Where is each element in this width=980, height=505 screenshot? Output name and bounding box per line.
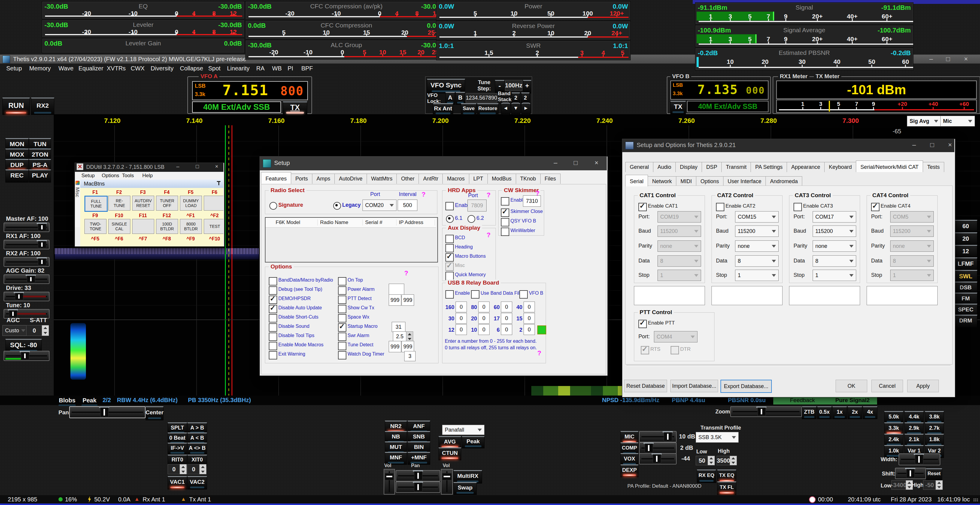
cat4-port-combo[interactable]: COM5 xyxy=(890,211,934,222)
options-c1-8[interactable] xyxy=(269,351,277,359)
ddutil-macro-button[interactable]: 8000BTLDR xyxy=(180,219,202,234)
options-c2-2[interactable] xyxy=(338,295,346,304)
rx1-pan-slider[interactable] xyxy=(396,470,440,481)
tx-low-spinner[interactable]: 50 xyxy=(696,456,708,465)
radio-list-column-2[interactable]: Serial # xyxy=(363,219,396,226)
skimmer-enable-checkbox[interactable] xyxy=(501,197,509,205)
vfo-sync-button[interactable]: VFO Sync xyxy=(427,79,465,94)
setup-minimize-icon[interactable]: – xyxy=(554,159,557,167)
setup-tab-lpt[interactable]: LPT xyxy=(469,174,488,184)
slider-0-thumb[interactable] xyxy=(38,224,46,231)
slider-2[interactable] xyxy=(3,257,49,267)
setup-dialog-titlebar[interactable]: Setup – □ × xyxy=(260,157,607,170)
options-c2-8[interactable] xyxy=(338,351,346,359)
setup-tab-ports[interactable]: Ports xyxy=(291,174,312,184)
ddutil-macro-button[interactable]: AUTDRVRESET xyxy=(132,196,154,211)
usb-band-input[interactable]: 0 xyxy=(478,302,490,312)
tx-eq-button[interactable]: TX EQ xyxy=(717,470,736,483)
options-tab-serial-network-midi-cat[interactable]: Serial/Network/Midi CAT xyxy=(856,160,923,172)
cat4-data-combo[interactable]: 8 xyxy=(890,255,934,267)
cat4-stop-combo[interactable]: 1 xyxy=(890,270,934,281)
cat4-baud-combo[interactable]: 115200 xyxy=(890,226,934,237)
options-c1-3[interactable] xyxy=(269,305,277,313)
cat3-parity-combo[interactable]: none xyxy=(813,240,856,252)
cat4-enable-checkbox[interactable] xyxy=(871,203,880,211)
menu-item-cwx[interactable]: CWX xyxy=(130,65,145,72)
filter-edge-line[interactable] xyxy=(225,125,226,395)
filter-high-spinner[interactable]: -50 xyxy=(923,480,936,490)
ddutil-macro-button[interactable]: TUNEROFF xyxy=(156,196,178,211)
ptt-detect-input-2[interactable]: 999 xyxy=(401,294,414,306)
skimmer-help-icon[interactable]: ? xyxy=(536,189,539,197)
setup-tab-tknob[interactable]: TKnob xyxy=(516,174,541,184)
cat2-parity-combo[interactable]: none xyxy=(735,240,779,252)
ddutil-macro-button[interactable]: DUMMYLOAD xyxy=(180,196,202,211)
legacy-port-combo[interactable]: COM20 xyxy=(363,200,396,211)
options-tab-general[interactable]: General xyxy=(625,162,653,172)
options-c1-7[interactable] xyxy=(269,342,277,350)
zoom-2x-button[interactable]: 2x xyxy=(848,406,862,419)
tune-detect-input-2[interactable]: 999 xyxy=(401,341,414,352)
options-tab-display[interactable]: Display xyxy=(675,162,702,172)
cat1-enable-checkbox[interactable] xyxy=(638,203,647,211)
tune-detect-input-1[interactable]: 999 xyxy=(389,341,401,352)
cat4-list[interactable] xyxy=(867,286,938,305)
filter-38k[interactable]: 3.8k xyxy=(925,411,944,424)
ptt-port-combo[interactable]: COM4 xyxy=(654,331,697,342)
pan-slider[interactable] xyxy=(69,406,146,418)
vfo-a-mode[interactable]: LSB xyxy=(195,83,205,89)
menu-item-bpf[interactable]: BPF xyxy=(301,65,313,72)
band-prev-button[interactable]: ◄ xyxy=(501,103,511,116)
tx-profile-combo[interactable]: SSB 3.5K xyxy=(696,432,739,443)
vfo-b-mode[interactable]: LSB xyxy=(673,82,683,88)
vfo-a-frequency-mhz[interactable]: 7.151 xyxy=(223,82,269,98)
rx2-button[interactable]: RX2 xyxy=(31,98,54,115)
ddutil-menu-options[interactable]: Options xyxy=(102,173,119,179)
menu-item-wave[interactable]: Wave xyxy=(59,65,73,72)
cat2-stop-combo[interactable]: 1 xyxy=(735,270,779,281)
cat4-parity-combo[interactable]: none xyxy=(890,240,934,252)
legacy-radio[interactable] xyxy=(333,202,341,210)
menu-item-spot[interactable]: Spot xyxy=(208,65,221,72)
options-dialog-titlebar[interactable]: Setup and Options for Thetis 2.9.0.21 – … xyxy=(622,139,955,152)
comp-slider[interactable] xyxy=(639,442,676,454)
options-c2-0[interactable] xyxy=(338,277,346,286)
tune-step-value[interactable]: 100Hz xyxy=(505,80,522,91)
sql-slider[interactable] xyxy=(3,351,49,361)
cat1-data-combo[interactable]: 8 xyxy=(657,255,701,267)
options-c2-6[interactable] xyxy=(338,333,346,341)
setup-tab-modbus[interactable]: ModBus xyxy=(487,174,516,184)
rx1-pan-slider-thumb[interactable] xyxy=(414,471,422,480)
radio-list-column-3[interactable]: IP Address xyxy=(396,219,435,226)
options-subtab-user-interface[interactable]: User Interface xyxy=(723,176,766,186)
pan-slider-thumb[interactable] xyxy=(100,407,108,417)
watchdog-input[interactable]: 3 xyxy=(404,351,415,361)
usb-vfob-checkbox[interactable] xyxy=(519,290,528,299)
mode-button-drm[interactable]: DRM xyxy=(954,315,977,328)
ab-left-2[interactable]: IF->V xyxy=(168,443,187,455)
cat3-data-combo[interactable]: 8 xyxy=(813,255,856,267)
mic-button[interactable]: MIC xyxy=(620,431,638,444)
cat3-list[interactable] xyxy=(789,286,860,305)
slider-2-thumb[interactable] xyxy=(38,258,46,265)
cat3-enable-checkbox[interactable] xyxy=(794,203,802,211)
usb-band-input[interactable]: 0 xyxy=(523,324,535,335)
minimize-icon[interactable]: – xyxy=(924,55,938,64)
options-close-icon[interactable]: × xyxy=(948,141,952,149)
vac2-button[interactable]: VAC2 xyxy=(187,476,207,489)
filter-reset-button[interactable]: Reset xyxy=(926,468,942,481)
options-button-ok[interactable]: OK xyxy=(835,380,867,392)
vfo-b-frequency-hz[interactable]: 000 xyxy=(746,85,765,96)
center-button[interactable]: Center xyxy=(146,406,164,420)
options-help-icon[interactable]: ? xyxy=(404,269,408,277)
options-c1-4[interactable] xyxy=(269,314,277,322)
maximize-icon[interactable]: □ xyxy=(941,55,955,64)
meter-rx-mode-combo[interactable]: Sig Avg xyxy=(907,116,941,127)
options-tab-keyboard[interactable]: Keyboard xyxy=(824,162,856,172)
rx1-vol-slider[interactable] xyxy=(383,469,395,495)
ddutil-macro-button[interactable]: RE-TUNE xyxy=(108,196,130,211)
slider-5-thumb[interactable] xyxy=(9,310,17,318)
ptt-detect-input-1[interactable]: 999 xyxy=(389,294,401,306)
options-button-apply[interactable]: Apply xyxy=(907,380,939,392)
menu-item-equalizer[interactable]: Equalizer xyxy=(78,65,103,72)
